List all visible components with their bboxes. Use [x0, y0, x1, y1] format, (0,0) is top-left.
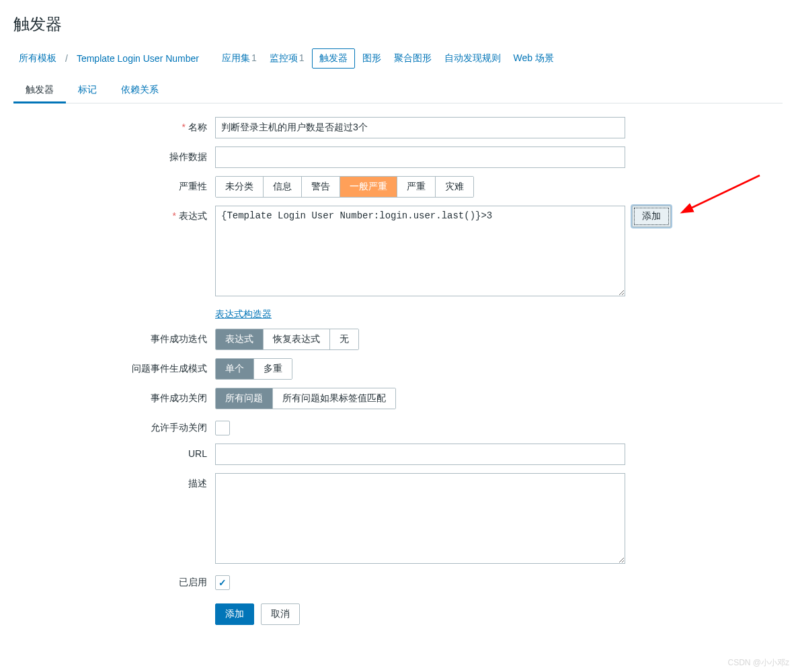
severity-high[interactable]: 严重 — [397, 177, 436, 197]
severity-warning[interactable]: 警告 — [302, 177, 340, 197]
event-gen-single[interactable]: 单个 — [216, 359, 254, 379]
nav-web[interactable]: Web 场景 — [508, 49, 559, 68]
severity-average[interactable]: 一般严重 — [340, 177, 397, 197]
operdata-label: 操作数据 — [54, 146, 215, 163]
severity-label: 严重性 — [54, 176, 215, 193]
event-ok-expression[interactable]: 表达式 — [216, 329, 264, 349]
name-label: *名称 — [54, 117, 215, 134]
event-gen-label: 问题事件生成模式 — [54, 358, 215, 375]
enabled-checkbox[interactable]: ✓ — [215, 575, 230, 590]
tab-tags[interactable]: 标记 — [66, 79, 109, 103]
name-input[interactable] — [215, 117, 625, 138]
breadcrumb: 所有模板 / Template Login User Number 应用集1 监… — [13, 48, 783, 69]
severity-group: 未分类 信息 警告 一般严重 严重 灾难 — [215, 176, 474, 198]
breadcrumb-all-templates[interactable]: 所有模板 — [13, 49, 62, 68]
nav-graphs[interactable]: 图形 — [357, 49, 387, 68]
page-title: 触发器 — [13, 13, 783, 35]
manual-close-label: 允许手动关闭 — [54, 417, 215, 434]
manual-close-checkbox[interactable] — [215, 421, 230, 435]
expression-builder-link[interactable]: 表达式构造器 — [215, 304, 272, 321]
submit-button[interactable]: 添加 — [215, 603, 254, 625]
severity-disaster[interactable]: 灾难 — [436, 177, 473, 197]
expression-add-button[interactable]: 添加 — [632, 206, 671, 227]
event-gen-multiple[interactable]: 多重 — [254, 359, 292, 379]
nav-triggers[interactable]: 触发器 — [312, 48, 355, 69]
cancel-button[interactable]: 取消 — [261, 603, 300, 625]
trigger-form: *名称 操作数据 严重性 未分类 信息 警告 一般严重 严重 灾难 *表达式 {… — [54, 117, 783, 625]
nav-applications[interactable]: 应用集1 — [216, 49, 262, 68]
event-close-tag-match[interactable]: 所有问题如果标签值匹配 — [273, 388, 395, 409]
tab-bar: 触发器 标记 依赖关系 — [13, 79, 783, 103]
breadcrumb-template-name[interactable]: Template Login User Number — [71, 50, 204, 67]
breadcrumb-separator: / — [64, 53, 69, 64]
nav-screens[interactable]: 聚合图形 — [389, 49, 437, 68]
expression-label: *表达式 — [54, 206, 215, 222]
event-close-group: 所有问题 所有问题如果标签值匹配 — [215, 388, 396, 409]
nav-discovery[interactable]: 自动发现规则 — [439, 49, 506, 68]
event-gen-group: 单个 多重 — [215, 358, 292, 380]
url-input[interactable] — [215, 444, 625, 465]
tab-trigger[interactable]: 触发器 — [13, 79, 66, 103]
severity-not-classified[interactable]: 未分类 — [216, 177, 264, 197]
event-ok-label: 事件成功迭代 — [54, 329, 215, 345]
severity-information[interactable]: 信息 — [264, 177, 302, 197]
url-label: URL — [54, 444, 215, 459]
expression-textarea[interactable]: {Template Login User Number:login.user.l… — [215, 206, 625, 296]
description-label: 描述 — [54, 473, 215, 490]
event-ok-none[interactable]: 无 — [330, 329, 358, 349]
event-ok-group: 表达式 恢复表达式 无 — [215, 329, 359, 350]
event-close-label: 事件成功关闭 — [54, 388, 215, 405]
operdata-input[interactable] — [215, 146, 625, 168]
nav-items[interactable]: 监控项1 — [264, 49, 310, 68]
enabled-label: 已启用 — [54, 572, 215, 589]
tab-dependencies[interactable]: 依赖关系 — [109, 79, 171, 103]
event-close-all[interactable]: 所有问题 — [216, 388, 273, 409]
description-textarea[interactable] — [215, 473, 625, 564]
event-ok-recovery[interactable]: 恢复表达式 — [264, 329, 330, 349]
